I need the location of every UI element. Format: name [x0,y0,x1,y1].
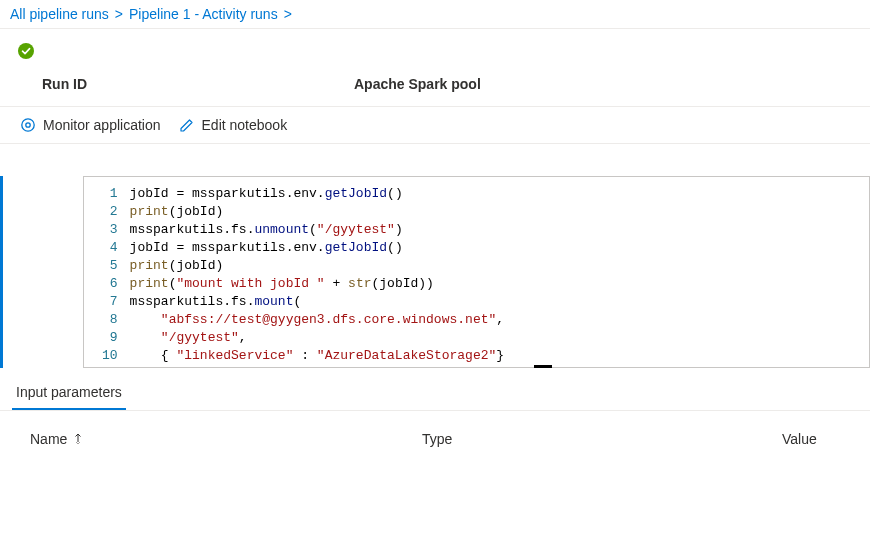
sort-icon [73,433,85,445]
resize-handle[interactable] [0,368,870,374]
success-icon [18,43,34,59]
monitor-application-label: Monitor application [43,117,161,133]
edit-icon [179,117,195,133]
tabs-row: Input parameters [0,374,870,411]
breadcrumb-link-all-runs[interactable]: All pipeline runs [10,6,109,22]
column-header-name-label: Name [30,431,67,447]
input-params-table-header: Name Type Value [0,411,870,457]
svg-point-2 [26,123,30,127]
monitor-application-button[interactable]: Monitor application [20,117,161,133]
column-header-type[interactable]: Type [422,431,782,447]
edit-notebook-label: Edit notebook [202,117,288,133]
breadcrumb: All pipeline runs > Pipeline 1 - Activit… [0,0,870,29]
column-header-value[interactable]: Value [782,431,840,447]
status-row [0,29,870,62]
chevron-right-icon: > [115,6,123,22]
svg-point-0 [18,43,34,59]
chevron-right-icon: > [284,6,292,22]
tab-input-parameters[interactable]: Input parameters [12,374,126,410]
line-number-gutter: 12345678910 [84,185,130,359]
code-content: jobId = mssparkutils.env.getJobId()print… [130,185,505,359]
column-header-name[interactable]: Name [30,431,422,447]
info-row: Run ID Apache Spark pool [0,62,870,106]
monitor-icon [20,117,36,133]
code-editor[interactable]: 12345678910 jobId = mssparkutils.env.get… [83,176,870,368]
edit-notebook-button[interactable]: Edit notebook [179,117,288,133]
run-id-label: Run ID [42,76,354,92]
action-bar: Monitor application Edit notebook [0,106,870,144]
notebook-cell: 12345678910 jobId = mssparkutils.env.get… [0,176,870,368]
spark-pool-label: Apache Spark pool [354,76,870,92]
svg-point-1 [22,119,34,131]
breadcrumb-link-pipeline-run[interactable]: Pipeline 1 - Activity runs [129,6,278,22]
